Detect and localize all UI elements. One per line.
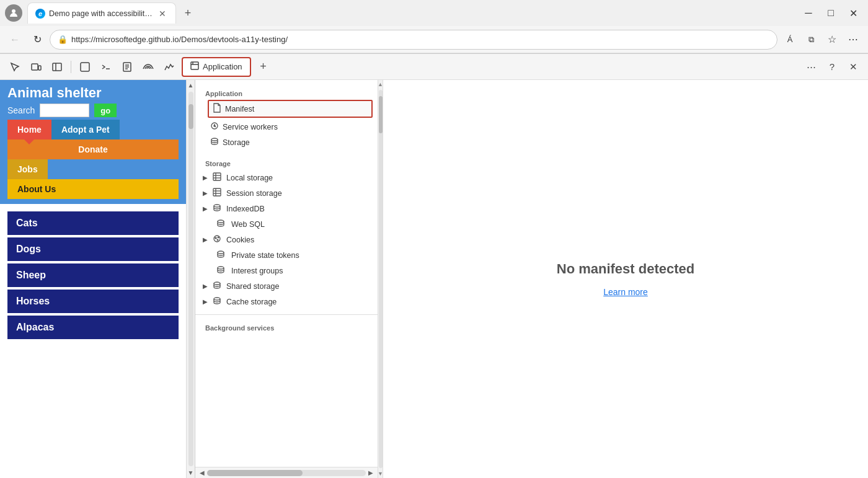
close-devtools-button[interactable]: ✕: [843, 57, 863, 77]
cookies-icon: [213, 234, 221, 245]
more-tools-button[interactable]: ⋯: [801, 57, 821, 77]
tab-favicon: e: [35, 9, 45, 19]
tab-sources[interactable]: [117, 57, 137, 77]
tab-console[interactable]: [96, 57, 116, 77]
web-sql-label: Web SQL: [231, 220, 373, 229]
webpage-scroll-down[interactable]: ▼: [186, 467, 195, 478]
manifest-item[interactable]: Manifest: [208, 100, 373, 118]
cookies-item[interactable]: ▶ Cookies: [195, 232, 378, 247]
manifest-icon: [213, 103, 221, 115]
shared-storage-item[interactable]: ▶ Shared storage: [195, 278, 378, 294]
web-sql-item[interactable]: Web SQL: [195, 216, 378, 232]
local-storage-item[interactable]: ▶ Local storage: [195, 170, 378, 185]
svg-rect-1: [32, 64, 38, 70]
indexeddb-item[interactable]: ▶ IndexedDB: [195, 201, 378, 216]
animal-list: Cats Dogs Sheep Horses Alpacas: [0, 204, 186, 349]
add-panel-button[interactable]: +: [254, 57, 273, 77]
nav-menu: Home Adopt a Pet Donate Jobs: [7, 120, 179, 179]
nav-about-us[interactable]: About Us: [7, 179, 179, 199]
svg-point-14: [214, 125, 215, 126]
help-button[interactable]: ?: [822, 57, 842, 77]
svg-point-27: [215, 237, 216, 239]
svg-point-15: [211, 138, 218, 141]
local-storage-label: Local storage: [226, 174, 273, 182]
sidebar-scroll-right[interactable]: ▶: [366, 469, 376, 476]
animal-horses[interactable]: Horses: [7, 290, 179, 313]
back-button[interactable]: ←: [5, 30, 25, 50]
svg-point-32: [214, 282, 220, 285]
svg-rect-2: [38, 66, 41, 70]
minimize-button[interactable]: ─: [799, 3, 818, 23]
animal-cats[interactable]: Cats: [7, 211, 179, 235]
nav-jobs[interactable]: Jobs: [7, 159, 48, 179]
local-storage-icon: [213, 172, 221, 183]
cache-storage-expand-arrow: ▶: [203, 298, 210, 305]
shared-storage-label: Shared storage: [226, 282, 279, 291]
sidebar-toggle-button[interactable]: [47, 57, 67, 77]
shared-storage-icon: [213, 281, 221, 291]
webpage-scroll-up[interactable]: ▲: [186, 80, 195, 91]
storage-label: Storage: [223, 138, 373, 147]
sidebar-scroll-track[interactable]: [207, 470, 366, 476]
animal-sheep[interactable]: Sheep: [7, 263, 179, 287]
learn-more-link[interactable]: Learn more: [603, 287, 648, 297]
interest-groups-icon: [216, 265, 225, 276]
new-tab-button[interactable]: +: [179, 4, 197, 22]
tab-network[interactable]: [138, 57, 158, 77]
svg-point-26: [214, 236, 220, 242]
nav-adopt[interactable]: Adopt a Pet: [51, 120, 120, 139]
service-workers-label: Service workers: [223, 123, 373, 131]
inspect-element-button[interactable]: [5, 57, 25, 77]
sidebar-vertical-scrollbar: ▲ ▼: [378, 80, 383, 478]
address-bar[interactable]: 🔒 https://microsoftedge.github.io/Demos/…: [50, 30, 777, 50]
close-window-button[interactable]: ✕: [843, 3, 863, 23]
site-title: Animal shelter: [7, 85, 179, 101]
device-emulation-button[interactable]: [26, 57, 46, 77]
immersive-reader-button[interactable]: ⧉: [801, 30, 821, 50]
background-services-section-label: Background services: [195, 319, 378, 334]
profile-icon[interactable]: [5, 4, 22, 22]
favorites-button[interactable]: ☆: [822, 30, 842, 50]
interest-groups-item[interactable]: Interest groups: [195, 263, 378, 278]
tab-application[interactable]: Application: [182, 57, 251, 77]
svg-point-25: [218, 220, 224, 223]
cache-storage-item[interactable]: ▶ Cache storage: [195, 294, 378, 309]
svg-rect-5: [81, 63, 89, 71]
devtools-panel: Application Manifest: [195, 80, 868, 478]
manifest-label: Manifest: [225, 105, 254, 113]
storage-item[interactable]: Storage: [195, 135, 378, 150]
webpage-scrollbar-thumb[interactable]: [188, 104, 193, 129]
animal-alpacas[interactable]: Alpacas: [7, 316, 179, 339]
svg-rect-10: [191, 62, 198, 69]
search-go-button[interactable]: go: [94, 104, 117, 117]
session-storage-icon: [213, 188, 221, 198]
tab-performance[interactable]: [159, 57, 179, 77]
tab-elements[interactable]: [75, 57, 95, 77]
nav-home[interactable]: Home: [7, 120, 51, 139]
cache-storage-label: Cache storage: [226, 298, 277, 306]
webpage-panel: Animal shelter Search go Home Adopt a Pe…: [0, 80, 195, 478]
svg-point-0: [12, 9, 16, 13]
sidebar-v-scrollbar-thumb[interactable]: [379, 96, 383, 133]
session-storage-item[interactable]: ▶ Session storage: [195, 185, 378, 201]
private-state-tokens-item[interactable]: Private state tokens: [195, 247, 378, 263]
read-aloud-button[interactable]: Á: [780, 30, 800, 50]
tab-close-button[interactable]: ✕: [157, 8, 168, 19]
search-input[interactable]: [40, 104, 89, 117]
private-state-tokens-icon: [216, 250, 225, 260]
storage-section-label: Storage: [195, 155, 378, 170]
shared-storage-expand-arrow: ▶: [203, 283, 210, 290]
sidebar-scroll-thumb[interactable]: [207, 470, 303, 476]
sidebar-scroll-left[interactable]: ◀: [197, 469, 207, 476]
active-tab[interactable]: e Demo page with accessibility issu ✕: [27, 2, 176, 24]
maximize-button[interactable]: □: [821, 3, 841, 23]
svg-point-33: [214, 298, 220, 300]
devtools-container: Application + ⋯ ? ✕ Animal shelter: [0, 53, 868, 478]
storage-icon: [210, 137, 219, 148]
svg-point-31: [218, 267, 224, 269]
refresh-button[interactable]: ↻: [27, 30, 47, 50]
browser-menu-button[interactable]: ⋯: [843, 30, 863, 50]
devtools-content-area: No manifest detected Learn more: [383, 80, 868, 478]
service-workers-item[interactable]: Service workers: [195, 119, 378, 135]
animal-dogs[interactable]: Dogs: [7, 237, 179, 261]
